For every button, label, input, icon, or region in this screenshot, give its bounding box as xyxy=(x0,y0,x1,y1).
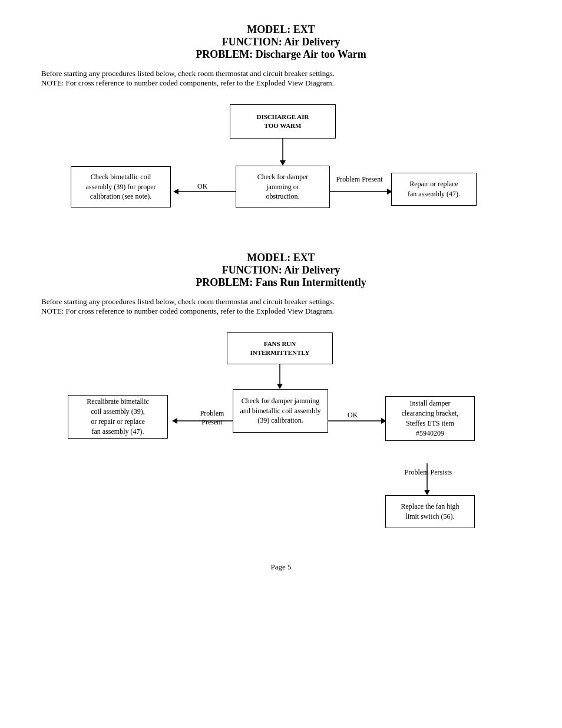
section-2: MODEL: EXT FUNCTION: Air Delivery PROBLE… xyxy=(35,252,527,539)
s1-note-line2: NOTE: For cross reference to number code… xyxy=(41,78,334,87)
s1-problem-text: Problem Present xyxy=(336,175,383,183)
section-1: MODEL: EXT FUNCTION: Air Delivery PROBLE… xyxy=(35,24,527,228)
s1-model: MODEL: EXT xyxy=(35,24,527,36)
s2-note: Before starting any procedures listed be… xyxy=(35,297,527,316)
s1-problem: PROBLEM: Discharge Air too Warm xyxy=(35,48,527,61)
section-1-title: MODEL: EXT FUNCTION: Air Delivery PROBLE… xyxy=(35,24,527,61)
svg-marker-3 xyxy=(173,189,178,195)
s1-problem-label: Problem Present xyxy=(336,175,383,184)
svg-marker-7 xyxy=(277,384,283,389)
s1-right-box: Repair or replacefan assembly (47). xyxy=(391,173,477,206)
s2-problem: PROBLEM: Fans Run Intermittently xyxy=(35,276,527,289)
s2-right-box: Install damperclearancing bracket,Steffe… xyxy=(385,396,475,441)
s1-note: Before starting any procedures listed be… xyxy=(35,69,527,88)
s2-ok-label: OK xyxy=(348,411,358,420)
s1-ok-label: OK xyxy=(197,182,207,191)
s2-persists-label: Problem Persists xyxy=(402,468,455,477)
svg-marker-1 xyxy=(280,160,286,166)
s2-note-line1: Before starting any procedures listed be… xyxy=(41,297,335,306)
s1-right-text: Repair or replacefan assembly (47). xyxy=(408,179,460,199)
s2-start-box: FANS RUNINTERMITTENTLY xyxy=(227,332,333,364)
s2-left-text: Recalibrate bimetalliccoil assembly (39)… xyxy=(87,397,149,436)
svg-marker-9 xyxy=(172,418,177,424)
page: MODEL: EXT FUNCTION: Air Delivery PROBLE… xyxy=(0,0,562,728)
s2-function: FUNCTION: Air Delivery xyxy=(35,264,527,276)
s2-persists-text: Problem Persists xyxy=(405,468,452,476)
s1-center-text: Check for damperjamming orobstruction. xyxy=(257,172,309,202)
s2-left-box: Recalibrate bimetalliccoil assembly (39)… xyxy=(68,395,168,439)
s1-left-text: Check bimetallic coilassembly (39) for p… xyxy=(86,172,156,202)
s2-bottom-text: Replace the fan highlimit switch (56). xyxy=(401,502,459,522)
svg-marker-13 xyxy=(424,490,430,495)
section-2-title: MODEL: EXT FUNCTION: Air Delivery PROBLE… xyxy=(35,252,527,289)
s2-note-line2: NOTE: For cross reference to number code… xyxy=(41,307,334,315)
s2-pp-text: Problem Present xyxy=(200,409,224,426)
s2-model: MODEL: EXT xyxy=(35,252,527,264)
s1-start-box: DISCHARGE AIRTOO WARM xyxy=(230,104,336,139)
s2-start-text: FANS RUNINTERMITTENTLY xyxy=(250,340,309,358)
flowchart-1: DISCHARGE AIRTOO WARM Check for damperja… xyxy=(35,98,527,228)
s1-function: FUNCTION: Air Delivery xyxy=(35,36,527,48)
flowchart-2: FANS RUNINTERMITTENTLY Check for damper … xyxy=(35,327,527,539)
s1-left-box: Check bimetallic coilassembly (39) for p… xyxy=(71,166,171,207)
s1-note-line1: Before starting any procedures listed be… xyxy=(41,69,335,78)
s1-start-text: DISCHARGE AIRTOO WARM xyxy=(257,113,309,131)
s2-center-text: Check for damper jammingand bimetallic c… xyxy=(240,396,321,426)
s2-bottom-box: Replace the fan highlimit switch (56). xyxy=(385,495,475,528)
s2-problem-present-label: Problem Present xyxy=(191,409,233,427)
s2-center-box: Check for damper jammingand bimetallic c… xyxy=(233,389,328,433)
page-number: Page 5 xyxy=(35,562,527,572)
s2-right-text: Install damperclearancing bracket,Steffe… xyxy=(402,398,459,438)
s1-center-box: Check for damperjamming orobstruction. xyxy=(236,166,330,208)
